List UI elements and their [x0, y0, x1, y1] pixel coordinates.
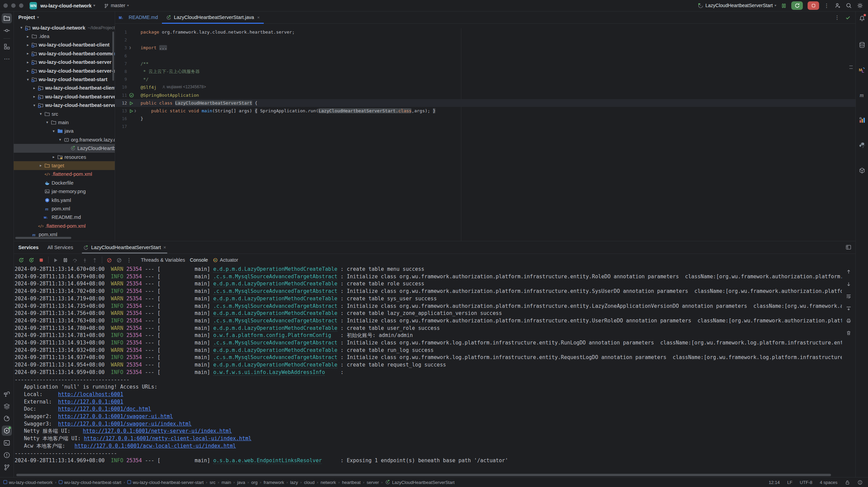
logger-link[interactable]: .c.s.m.MysqlSourceAdvancedTargetAbstract — [213, 318, 337, 324]
toolbar-kebab-icon[interactable]: ⋮ — [126, 257, 132, 263]
view-tab-console[interactable]: Console — [190, 257, 208, 263]
rerun-icon[interactable] — [18, 257, 24, 263]
breadcrumb-item[interactable]: wu-lazy-cloud-network — [3, 480, 53, 485]
step-out-icon[interactable] — [92, 257, 97, 263]
more-actions-button[interactable]: ⋮ — [824, 2, 830, 9]
run-gutter-icon[interactable] — [129, 100, 133, 106]
editor-line[interactable]: 9 */ — [115, 75, 855, 83]
console-link[interactable]: http://127.0.0.1:6001/netty-client-local… — [84, 435, 252, 442]
chevron-right-icon[interactable]: ▸ — [38, 163, 44, 168]
tree-item[interactable]: ▾wu-lazy-cloud-network~/IdeaProject… — [14, 23, 115, 32]
console-link[interactable]: http://127.0.0.1:6001 — [58, 399, 123, 405]
view-breakpoints-icon[interactable] — [116, 257, 122, 263]
tree-item[interactable]: ▾src — [14, 110, 115, 118]
editor-line[interactable]: 1package org.framework.lazy.cloud.networ… — [115, 28, 855, 36]
logger-link[interactable]: o.w.f.a.platform.config.PlatformConfig — [213, 332, 331, 339]
soft-wrap-icon[interactable] — [846, 293, 851, 299]
project-switcher[interactable]: wu-lazy-cloud-network ▾ — [40, 3, 95, 8]
mute-breakpoints-icon[interactable] — [107, 257, 112, 263]
search-everywhere-icon[interactable] — [846, 2, 852, 9]
chevron-right-icon[interactable]: ▸ — [31, 94, 37, 99]
tree-item[interactable]: ▾main — [14, 118, 115, 127]
stop-icon[interactable] — [39, 257, 44, 263]
console-link[interactable]: http://127.0.0.1:6001/netty-server-ui/in… — [83, 428, 232, 434]
editor-tab[interactable]: LazyCloudHeartbeatServerStart.java× — [162, 11, 264, 23]
pause-icon[interactable] — [63, 257, 68, 263]
tree-item[interactable]: M↓README.md — [14, 213, 115, 222]
chevron-right-icon[interactable]: ▸ — [25, 60, 31, 64]
indent-indicator[interactable]: 4 spaces — [820, 480, 837, 485]
rerun-debug-icon[interactable] — [29, 257, 34, 263]
tree-item[interactable]: ▸.idea — [14, 32, 115, 40]
services-tool-button[interactable] — [2, 426, 12, 436]
editor-tab[interactable]: M↓README.md — [115, 11, 162, 23]
logger-link[interactable]: e.d.p.m.d.LazyOperationMethodCreateTable — [213, 296, 337, 302]
next-occurrence-icon[interactable] — [846, 281, 851, 287]
logger-link[interactable]: o.w.f.w.s.ui.info.LazyWebAddressInfo — [213, 369, 325, 376]
breadcrumb-item[interactable]: LazyCloudHeartbeatServerStart — [385, 480, 455, 485]
project-panel-title[interactable]: Project — [18, 15, 35, 20]
run-gutter-icon[interactable] — [129, 108, 133, 113]
tree-item[interactable]: ▸wu-lazy-cloud-heartbeat-client — [14, 41, 115, 49]
chevron-down-icon[interactable]: ▾ — [38, 112, 44, 116]
notifications-bell-icon[interactable] — [857, 13, 867, 23]
tree-item[interactable]: ▸wu-lazy-cloud-heartbeat-server-start — [14, 92, 115, 101]
breadcrumb-item[interactable]: src — [210, 480, 216, 485]
chevron-down-icon[interactable]: ▾ — [51, 129, 57, 133]
tree-item[interactable]: LazyCloudHeartbeatServerStart — [14, 144, 115, 152]
breadcrumb-item[interactable]: org — [251, 480, 258, 485]
logger-link[interactable]: e.d.p.m.d.LazyOperationMethodCreateTable — [213, 310, 337, 317]
chevron-down-icon[interactable]: ▾ — [25, 77, 31, 82]
tree-item[interactable]: mpom.xml — [14, 204, 115, 213]
lock-icon[interactable] — [845, 480, 850, 485]
layout-settings-icon[interactable] — [846, 244, 851, 250]
editor-line[interactable]: 3❯import ... — [115, 44, 855, 52]
tree-horizontal-scrollbar[interactable] — [15, 237, 71, 239]
view-tab-actuator[interactable]: Actuator — [213, 257, 238, 263]
breadcrumb-item[interactable]: server — [367, 480, 379, 485]
console-horizontal-scrollbar[interactable] — [16, 474, 831, 476]
logger-link[interactable]: .c.s.m.MysqlSourceAdvancedTargetAbstract — [213, 303, 337, 310]
editor-line[interactable]: 12public class LazyCloudHeartbeatServerS… — [115, 99, 855, 107]
tree-item[interactable]: ▸wu-lazy-cloud-heartbeat-client-start — [14, 84, 115, 92]
step-over-icon[interactable] — [72, 257, 78, 263]
terminal-tool-button[interactable] — [2, 438, 12, 448]
editor-line[interactable]: 10@Slf4j wujiawei <12345678> — [115, 83, 855, 91]
breadcrumb-item[interactable]: cloud — [304, 480, 315, 485]
dependencies-tool-icon[interactable] — [857, 165, 867, 175]
tree-item[interactable]: ▸target — [14, 161, 115, 170]
breadcrumb-item[interactable]: main — [222, 480, 231, 485]
services-panel-title[interactable]: Services — [18, 245, 39, 250]
breadcrumb-item[interactable]: wu-lazy-cloud-heartbeat-start — [59, 480, 121, 485]
chevron-down-icon[interactable]: ▾ — [31, 103, 37, 108]
console-output[interactable]: 2024-09-28T11:13:14.670+08:00 WARN 25354… — [15, 266, 842, 472]
breadcrumb-item[interactable]: lazy — [290, 480, 298, 485]
logger-link[interactable]: e.d.p.m.d.LazyOperationMethodCreateTable — [213, 362, 337, 368]
view-tab-threads-variables[interactable]: Threads & Variables — [141, 257, 185, 263]
console-link[interactable]: http://127.0.0.1:6001/acw-local-client-u… — [75, 443, 236, 449]
clear-console-icon[interactable] — [846, 330, 851, 336]
breadcrumb-item[interactable]: wu-lazy-cloud-heartbeat-server-start — [127, 480, 204, 485]
version-control-tool-button[interactable] — [2, 462, 12, 472]
tree-item[interactable]: ▾java — [14, 127, 115, 135]
database-tool-icon[interactable] — [857, 40, 867, 50]
console-link[interactable]: http://127.0.0.1:6001/swagger-ui/index.h… — [58, 421, 191, 427]
chevron-down-icon[interactable]: ▾ — [44, 120, 50, 125]
logger-link[interactable]: .c.s.m.MysqlSourceAdvancedTargetAbstract — [213, 274, 337, 280]
console-link[interactable]: http://127.0.0.1:6001/swagger-ui.html — [58, 413, 173, 419]
tree-item[interactable]: ▸wu-lazy-cloud-heartbeat-common — [14, 49, 115, 58]
stop-button[interactable] — [808, 1, 819, 10]
editor-line[interactable]: 13❯ public static void main(String[] arg… — [115, 107, 855, 115]
chevron-down-icon[interactable]: ▾ — [57, 137, 63, 142]
print-icon[interactable] — [846, 317, 851, 323]
spring-run-gutter-icon[interactable] — [129, 92, 134, 98]
tree-item[interactable]: ▾wu-lazy-cloud-heartbeat-server-start — [14, 101, 115, 110]
logger-link[interactable]: .c.s.m.MysqlSourceAdvancedTargetAbstract — [213, 288, 337, 295]
chevron-right-icon[interactable]: ▸ — [25, 51, 31, 56]
logger-link[interactable]: .c.s.m.MysqlSourceAdvancedTargetAbstract — [213, 340, 337, 346]
settings-gear-icon[interactable] — [857, 2, 863, 9]
step-into-icon[interactable] — [82, 257, 88, 263]
pause-button[interactable] — [781, 3, 787, 9]
tree-item[interactable]: ▸resources — [14, 153, 115, 161]
charts-plugin-icon[interactable] — [857, 115, 867, 125]
